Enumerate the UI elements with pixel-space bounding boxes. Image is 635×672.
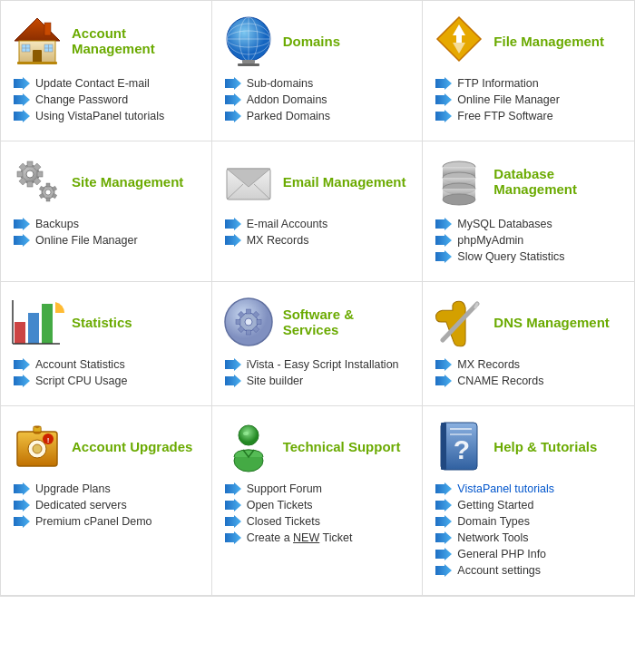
list-item: Getting Started	[435, 499, 625, 511]
list-item: Using VistaPanel tutorials	[14, 110, 202, 122]
arrow-icon	[435, 564, 452, 577]
link-item[interactable]: Account settings	[457, 564, 541, 577]
svg-rect-69	[42, 304, 53, 344]
arrow-icon	[14, 218, 30, 230]
link-item[interactable]: Change Password	[35, 93, 128, 106]
svg-marker-49	[14, 218, 30, 230]
svg-marker-23	[225, 93, 241, 106]
cell-dns-management: DNS Management MX Records CNAME Records	[423, 282, 634, 406]
link-item[interactable]: Create a NEW Ticket	[247, 531, 353, 544]
svg-marker-72	[14, 358, 30, 371]
list-item: Site builder	[225, 375, 414, 387]
arrow-icon	[14, 515, 30, 528]
link-item[interactable]: Network Tools	[457, 531, 528, 544]
cell-title-account-management: Account Management	[72, 25, 202, 56]
svg-marker-89	[435, 358, 452, 371]
link-item[interactable]: Backups	[35, 218, 79, 230]
link-item[interactable]: Script CPU Usage	[35, 375, 127, 387]
list-item: Update Contact E-mail	[14, 77, 202, 90]
link-item[interactable]: Site builder	[247, 375, 304, 387]
cell-header-database-management: Database Management	[432, 154, 625, 209]
link-item[interactable]: Closed Tickets	[247, 515, 320, 528]
svg-marker-105	[225, 499, 241, 511]
link-item[interactable]: Upgrade Plans	[35, 482, 111, 495]
link-item[interactable]: Addon Domains	[247, 93, 327, 106]
svg-marker-13	[14, 110, 30, 122]
cell-title-domains: Domains	[283, 34, 340, 49]
svg-marker-113	[435, 499, 452, 511]
link-item[interactable]: Parked Domains	[247, 110, 330, 122]
list-item: Network Tools	[435, 531, 625, 544]
gear-icon	[10, 154, 64, 209]
list-item: General PHP Info	[435, 548, 625, 560]
svg-rect-108	[441, 423, 446, 470]
cell-email-management: Email Management E-mail Accounts MX Reco…	[212, 141, 424, 282]
list-item: Dedicated servers	[14, 499, 202, 511]
link-item[interactable]: E-mail Accounts	[247, 218, 328, 230]
link-item[interactable]: Online File Manager	[457, 93, 560, 106]
arrow-icon	[14, 375, 30, 387]
cell-header-help-tutorials: ? Help & Tutorials	[432, 419, 625, 473]
link-item[interactable]: iVista - Easy Script Installation	[247, 358, 399, 371]
link-item[interactable]: MX Records	[247, 234, 309, 247]
arrow-icon	[14, 358, 30, 371]
list-item: Support Forum	[225, 482, 414, 495]
link-item[interactable]: CNAME Records	[457, 375, 543, 387]
link-item[interactable]: Account Statistics	[35, 358, 125, 371]
link-item[interactable]: phpMyAdmin	[457, 234, 523, 247]
cell-title-database-management: Database Management	[493, 166, 625, 197]
arrow-icon	[225, 218, 241, 230]
list-item: Sub-domains	[225, 77, 414, 90]
svg-rect-43	[46, 183, 50, 187]
list-item: Addon Domains	[225, 93, 414, 106]
cell-title-software-services: Software & Services	[283, 307, 414, 337]
link-item[interactable]: VistaPanel tutorials	[457, 482, 554, 495]
link-item[interactable]: Dedicated servers	[35, 499, 127, 511]
main-grid: Account Management Update Contact E-mail…	[0, 0, 635, 597]
cell-title-site-management: Site Management	[72, 174, 183, 190]
link-item[interactable]: Premium cPanel Demo	[35, 515, 152, 528]
svg-rect-67	[15, 322, 25, 344]
link-item[interactable]: MX Records	[457, 358, 520, 371]
arrow-icon	[435, 548, 452, 560]
svg-marker-114	[435, 515, 452, 528]
link-item[interactable]: Update Contact E-mail	[35, 77, 150, 90]
link-item[interactable]: Online File Manager	[35, 234, 138, 247]
arrow-icon	[14, 499, 30, 511]
svg-marker-85	[225, 358, 241, 371]
list-item: Online File Manager	[14, 234, 202, 247]
svg-marker-116	[435, 548, 452, 560]
link-item[interactable]: Getting Started	[457, 499, 533, 511]
mail-icon	[221, 154, 276, 209]
link-item[interactable]: Free FTP Software	[457, 110, 552, 122]
link-item[interactable]: Domain Types	[457, 515, 530, 528]
link-item[interactable]: Support Forum	[247, 482, 322, 495]
link-item[interactable]: Sub-domains	[247, 77, 314, 90]
arrow-icon	[435, 531, 452, 544]
cell-header-domains: Domains	[221, 14, 414, 68]
list-item: Parked Domains	[225, 110, 414, 122]
link-item[interactable]: MySQL Databases	[457, 218, 552, 230]
cell-header-site-management: Site Management	[10, 154, 202, 209]
svg-marker-90	[435, 375, 452, 387]
arrow-icon	[225, 110, 241, 122]
arrow-icon	[225, 515, 241, 528]
cell-links-technical-support: Support Forum Open Tickets Closed Ticket…	[221, 482, 414, 544]
svg-marker-73	[14, 375, 30, 387]
arrow-icon	[225, 482, 241, 495]
list-item: CNAME Records	[435, 375, 625, 387]
cell-links-dns-management: MX Records CNAME Records	[432, 358, 625, 387]
list-item: E-mail Accounts	[225, 218, 414, 230]
link-item[interactable]: Using VistaPanel tutorials	[35, 110, 164, 122]
list-item: Domain Types	[435, 515, 625, 528]
support-icon	[221, 419, 276, 473]
cell-database-management: Database Management MySQL Databases phpM…	[423, 141, 634, 282]
link-item[interactable]: Slow Query Statistics	[457, 250, 564, 263]
arrow-icon	[14, 482, 30, 495]
link-item[interactable]: FTP Information	[457, 77, 538, 90]
arrow-icon	[225, 234, 241, 247]
svg-text:?: ?	[454, 434, 470, 464]
link-item[interactable]: General PHP Info	[457, 548, 546, 560]
link-item[interactable]: Open Tickets	[247, 499, 313, 511]
cell-title-technical-support: Technical Support	[283, 439, 401, 454]
